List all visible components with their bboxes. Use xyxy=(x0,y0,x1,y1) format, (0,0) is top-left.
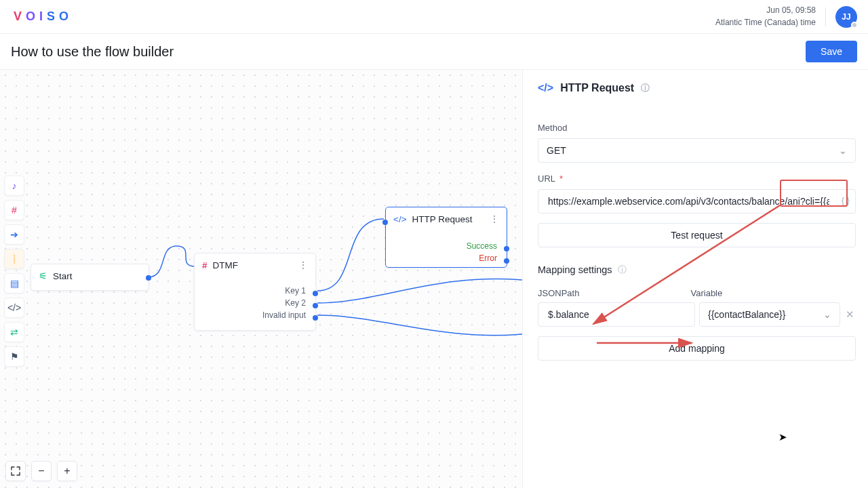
palette-message[interactable]: ▤ xyxy=(4,273,24,293)
node-http-request[interactable]: </> HTTP Request ⋮ Success Error xyxy=(385,207,507,268)
save-button[interactable]: Save xyxy=(806,41,857,62)
palette-text-to-speech[interactable]: ⦚ xyxy=(4,249,24,269)
variable-select[interactable]: {{contactBalance}} ⌄ xyxy=(699,302,840,327)
variable-label: Variable xyxy=(691,288,840,298)
chevron-down-icon: ⌄ xyxy=(823,309,831,320)
method-select[interactable]: GET ⌄ xyxy=(538,138,856,163)
variable-value: {{contactBalance}} xyxy=(708,309,785,320)
page-title: How to use the flow builder xyxy=(11,44,174,60)
palette-branch[interactable]: ⇄ xyxy=(4,322,24,342)
separator xyxy=(825,7,826,26)
mapping-section-title: Mapping settings ⓘ xyxy=(538,264,856,276)
output-label-key1: Key 1 xyxy=(285,286,306,296)
output-label-key2: Key 2 xyxy=(285,298,306,308)
output-label-error: Error xyxy=(479,253,497,263)
top-bar: VOISO Jun 05, 09:58 Atlantic Time (Canad… xyxy=(0,0,868,34)
jsonpath-label: JSONPath xyxy=(538,288,687,298)
node-palette: ♪ # ➔ ⦚ ▤ </> ⇄ ⚑ xyxy=(4,176,24,367)
zoom-in-button[interactable]: + xyxy=(57,461,77,481)
url-label: URL* xyxy=(538,174,856,184)
header-timezone: Atlantic Time (Canada) time xyxy=(715,17,816,28)
flow-canvas[interactable]: ♪ # ➔ ⦚ ▤ </> ⇄ ⚑ ⚟ Start # DTMF ⋮ xyxy=(0,70,522,488)
node-dtmf[interactable]: # DTMF ⋮ Key 1 Key 2 Invalid input xyxy=(194,253,316,331)
input-port[interactable] xyxy=(382,220,388,225)
node-label: DTMF xyxy=(213,260,239,270)
code-icon: </> xyxy=(538,82,553,94)
palette-http-request[interactable]: </> xyxy=(4,298,24,318)
output-label-invalid: Invalid input xyxy=(262,310,306,320)
fullscreen-button[interactable] xyxy=(5,461,26,481)
add-mapping-button[interactable]: Add mapping xyxy=(538,336,856,361)
output-port-key1[interactable] xyxy=(313,291,318,296)
fullscreen-icon xyxy=(11,466,20,476)
node-start[interactable]: ⚟ Start xyxy=(31,264,149,291)
test-request-button[interactable]: Test request xyxy=(538,223,856,247)
chevron-down-icon: ⌄ xyxy=(839,145,847,156)
avatar-initials: JJ xyxy=(842,12,850,22)
method-label: Method xyxy=(538,123,856,133)
palette-flag[interactable]: ⚑ xyxy=(4,346,24,367)
output-port-success[interactable] xyxy=(504,246,509,251)
palette-play-music[interactable]: ♪ xyxy=(4,176,24,196)
output-port-key2[interactable] xyxy=(313,303,318,308)
zoom-out-button[interactable]: − xyxy=(31,461,52,481)
sub-header: How to use the flow builder Save xyxy=(0,34,868,70)
brand-logo: VOISO xyxy=(14,9,73,24)
user-avatar[interactable]: JJ xyxy=(835,6,857,28)
hash-icon: # xyxy=(202,260,208,270)
code-icon: </> xyxy=(393,214,407,224)
remove-mapping-button[interactable]: ✕ xyxy=(844,308,856,321)
node-menu-icon[interactable]: ⋮ xyxy=(298,260,308,270)
output-label-success: Success xyxy=(467,241,497,251)
palette-dtmf[interactable]: # xyxy=(4,200,24,220)
output-port-invalid[interactable] xyxy=(313,315,318,321)
output-port-error[interactable] xyxy=(504,258,509,264)
panel-title-text: HTTP Request xyxy=(560,82,634,94)
variable-insert-icon[interactable]: { } xyxy=(842,195,850,205)
palette-transfer[interactable]: ➔ xyxy=(4,224,24,245)
jsonpath-input-wrapper xyxy=(538,302,695,327)
node-label: HTTP Request xyxy=(412,214,473,224)
node-menu-icon[interactable]: ⋮ xyxy=(490,214,499,224)
start-icon: ⚟ xyxy=(39,270,47,281)
node-label: Start xyxy=(53,271,73,281)
header-datetime: Jun 05, 09:58 xyxy=(715,5,816,16)
info-icon[interactable]: ⓘ xyxy=(618,264,627,276)
presence-indicator xyxy=(851,22,858,28)
inspector-panel: </> HTTP Request ⓘ Method GET ⌄ URL* { }… xyxy=(522,70,868,488)
method-value: GET xyxy=(547,145,566,156)
top-bar-right: Jun 05, 09:58 Atlantic Time (Canada) tim… xyxy=(715,5,857,28)
panel-title: </> HTTP Request ⓘ xyxy=(538,82,856,94)
url-input-wrapper: { } xyxy=(538,189,856,214)
output-port[interactable] xyxy=(146,275,151,281)
url-input[interactable] xyxy=(547,190,831,213)
canvas-controls: − + xyxy=(5,461,77,481)
jsonpath-input[interactable] xyxy=(547,303,670,326)
info-icon[interactable]: ⓘ xyxy=(641,82,650,94)
mapping-row: {{contactBalance}} ⌄ ✕ xyxy=(538,302,856,327)
